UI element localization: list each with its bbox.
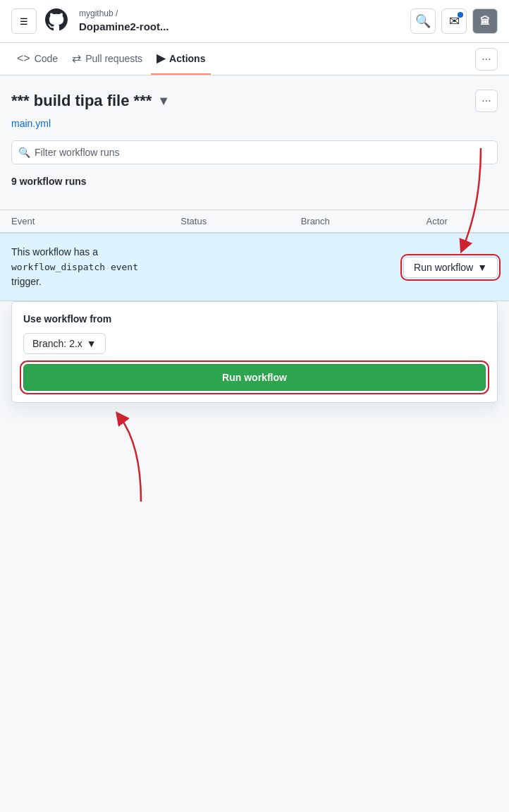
dispatch-code: workflow_dispatch event	[11, 262, 138, 272]
dispatch-text: This workflow has a workflow_dispatch ev…	[11, 245, 138, 289]
run-workflow-label: Run workflow	[414, 262, 473, 273]
search-icon: 🔍	[415, 13, 431, 29]
breadcrumb: mygithub / Dopamine2-root...	[79, 8, 402, 33]
dropdown-title: Use workflow from	[23, 313, 486, 325]
run-workflow-chevron-icon: ▼	[477, 262, 487, 273]
owner-text: mygithub /	[79, 8, 402, 20]
filter-input[interactable]	[11, 140, 498, 164]
run-count: 9 workflow runs	[11, 176, 498, 187]
notifications-button[interactable]: ✉	[441, 8, 467, 34]
code-icon: <>	[17, 52, 30, 65]
ellipsis-icon: ···	[482, 53, 491, 66]
dispatch-text-before: This workflow has a	[11, 246, 98, 257]
search-button[interactable]: 🔍	[410, 8, 436, 34]
arrow-bottom	[56, 403, 197, 502]
tab-pull-requests[interactable]: ⇄ Pull requests	[66, 43, 148, 75]
menu-button[interactable]: ☰	[11, 8, 37, 34]
dropdown-panel: Use workflow from Branch: 2.x ▼ Run work…	[11, 301, 498, 403]
pr-icon: ⇄	[72, 51, 81, 65]
github-logo	[45, 8, 70, 34]
table-header: Event Status Branch Actor	[0, 210, 509, 233]
workflow-title-row: *** build tipa file *** ▼ ···	[11, 90, 498, 112]
workflow-title-group: *** build tipa file *** ▼	[11, 92, 170, 110]
avatar-icon: 🏛	[480, 16, 490, 27]
nav-tabs: <> Code ⇄ Pull requests ▶ Actions ···	[0, 43, 509, 75]
tab-code-label: Code	[35, 53, 58, 64]
tab-actions[interactable]: ▶ Actions	[151, 43, 211, 75]
col-header-event: Event	[11, 216, 133, 226]
options-icon: ···	[482, 95, 491, 107]
more-tabs-button[interactable]: ···	[475, 48, 498, 71]
header-actions: 🔍 ✉ 🏛	[410, 8, 498, 34]
filter-search-icon: 🔍	[18, 147, 30, 158]
run-workflow-button[interactable]: Run workflow ▼	[403, 257, 498, 278]
hamburger-icon: ☰	[20, 16, 28, 27]
branch-label: Branch: 2.x	[32, 338, 82, 349]
dispatch-text-after: trigger.	[11, 276, 42, 287]
branch-chevron-icon: ▼	[87, 338, 97, 349]
filter-input-wrap: 🔍	[11, 140, 498, 164]
notification-dot	[458, 12, 463, 18]
col-header-actor: Actor	[376, 216, 498, 226]
workflow-options-button[interactable]: ···	[475, 90, 498, 112]
col-header-status: Status	[133, 216, 255, 226]
main-content: *** build tipa file *** ▼ ··· main.yml 🔍…	[0, 75, 509, 210]
avatar[interactable]: 🏛	[472, 8, 498, 34]
actions-icon: ▶	[157, 51, 165, 65]
tab-actions-label: Actions	[169, 53, 205, 64]
tab-pull-requests-label: Pull requests	[85, 53, 142, 64]
header: ☰ mygithub / Dopamine2-root... 🔍 ✉ 🏛	[0, 0, 509, 43]
workflow-file-link[interactable]: main.yml	[11, 118, 498, 129]
col-header-branch: Branch	[255, 216, 376, 226]
workflow-title-dropdown-icon[interactable]: ▼	[157, 94, 170, 109]
workflow-title: *** build tipa file ***	[11, 92, 152, 110]
tab-code[interactable]: <> Code	[11, 44, 63, 75]
repo-text: Dopamine2-root...	[79, 20, 402, 34]
filter-row: 🔍	[11, 140, 498, 164]
run-workflow-green-button[interactable]: Run workflow	[23, 364, 486, 391]
branch-select-button[interactable]: Branch: 2.x ▼	[23, 333, 106, 354]
dispatch-banner: This workflow has a workflow_dispatch ev…	[0, 233, 509, 301]
run-workflow-green-label: Run workflow	[222, 372, 287, 383]
